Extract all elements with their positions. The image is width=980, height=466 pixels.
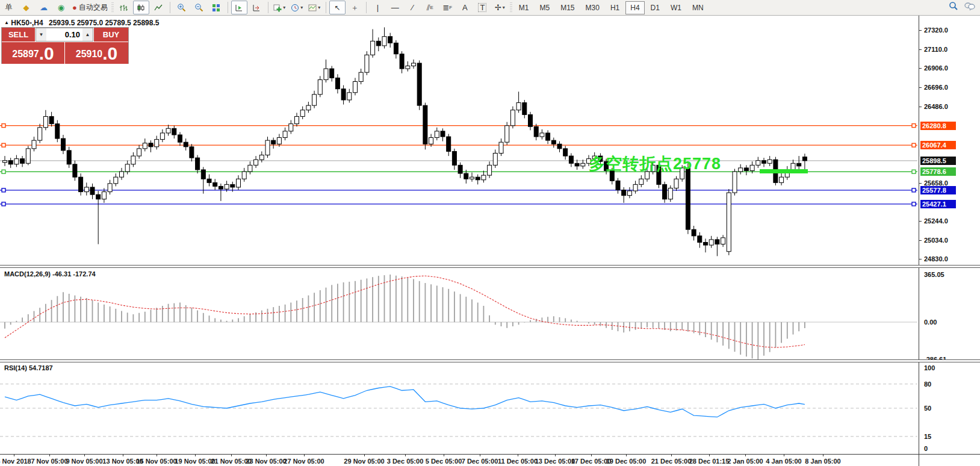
time-tick (745, 454, 746, 456)
level-price-label: 25577.8 (920, 186, 956, 194)
text-tool-icon[interactable]: A (457, 1, 473, 14)
market-watch-icon[interactable]: ◆ (18, 1, 34, 14)
templates-button[interactable]: ▾ (306, 1, 323, 14)
tf-button-w1[interactable]: W1 (666, 1, 686, 14)
pane-splitter-1[interactable] (0, 265, 980, 268)
candle (190, 147, 194, 158)
candle (359, 72, 363, 81)
tile-windows-icon[interactable] (208, 1, 225, 14)
buy-price[interactable]: 25910.0 (65, 42, 128, 64)
line-chart-icon[interactable] (150, 1, 167, 14)
candle (90, 187, 95, 194)
sell-price[interactable]: 25897.0 (2, 42, 65, 64)
zoom-in-icon[interactable] (173, 1, 190, 14)
volume-decrease-button[interactable]: ▼ (36, 28, 46, 41)
candlestick-chart-icon[interactable] (133, 1, 149, 14)
vertical-line-icon[interactable]: | (370, 1, 386, 14)
top-toolbar: 单 ◆ ☁ ◉ ● 自动交易 ▾ ▾ ▾ ↖ ＋ (0, 0, 980, 16)
level-anchor[interactable] (912, 170, 916, 173)
candle (447, 137, 451, 151)
cursor-icon[interactable]: ↖ (329, 1, 346, 14)
macd-pane[interactable] (0, 267, 917, 359)
volume-box: ▼ ▲ (36, 28, 93, 42)
tf-button-m1[interactable]: M1 (514, 1, 534, 14)
candle (516, 103, 521, 110)
time-tick (266, 454, 267, 456)
candle (259, 155, 264, 160)
candle (768, 160, 772, 163)
time-label: 13 Dec 05:00 (535, 458, 575, 465)
candle (575, 163, 579, 166)
search-icon[interactable] (949, 1, 958, 11)
level-anchor[interactable] (2, 170, 5, 173)
volume-input[interactable] (46, 28, 82, 41)
candle (330, 69, 334, 78)
rsi-pane[interactable] (0, 362, 917, 453)
candle (622, 190, 626, 196)
text-label-tool-icon[interactable]: T (474, 1, 491, 14)
level-anchor[interactable] (2, 202, 5, 206)
macd-signal-line (5, 276, 805, 347)
autotrading-button[interactable]: ● 自动交易 (70, 1, 110, 14)
level-price-label: 25778.6 (920, 167, 956, 176)
sell-button[interactable]: SELL (2, 28, 36, 42)
annotation-highlight[interactable] (760, 169, 808, 173)
clock-icon (291, 4, 299, 12)
main-chart[interactable] (0, 16, 917, 265)
tf-button-h4[interactable]: H4 (625, 1, 644, 14)
candle (143, 143, 147, 149)
profile-icon[interactable]: ☁ (36, 1, 52, 14)
axis-tick (919, 221, 922, 222)
tf-button-m5[interactable]: M5 (535, 1, 555, 14)
chart-shift-icon[interactable] (249, 1, 265, 14)
candle (8, 161, 13, 164)
trendline-icon[interactable]: ∕ (405, 1, 421, 14)
candle (300, 110, 305, 117)
candle (686, 168, 690, 229)
chat-icon[interactable] (964, 2, 975, 11)
level-anchor[interactable] (912, 124, 916, 128)
periods-button[interactable]: ▾ (289, 1, 305, 14)
zoom-out-icon[interactable] (191, 1, 207, 14)
tf-button-h1[interactable]: H1 (606, 1, 624, 14)
time-label: 19 Dec 05:00 (606, 458, 647, 465)
tf-button-m30[interactable]: M30 (581, 1, 604, 14)
indicators-button[interactable]: ▾ (271, 1, 288, 14)
bar-chart-icon[interactable] (116, 1, 132, 14)
time-tick (591, 454, 592, 456)
tf-button-d1[interactable]: D1 (646, 1, 665, 14)
title-symbol: HK50-,H4 (11, 19, 43, 27)
signal-icon[interactable]: ◉ (53, 1, 69, 14)
crosshair-icon[interactable]: ＋ (347, 1, 363, 14)
pane-splitter-2[interactable] (0, 359, 980, 362)
price-tick-label: 25658.0 (924, 179, 948, 187)
candle (709, 240, 713, 245)
candle (172, 128, 176, 135)
autotrading-icon: ● (72, 4, 77, 11)
candle (441, 131, 445, 137)
tf-button-mn[interactable]: MN (687, 1, 709, 14)
time-label: 2 Jan 05:00 (727, 458, 763, 465)
buy-button[interactable]: BUY (93, 28, 128, 42)
level-anchor[interactable] (2, 124, 5, 128)
level-anchor[interactable] (912, 202, 916, 206)
chart-annotation[interactable]: 多空转折点25778 (589, 153, 721, 175)
fibonacci-icon[interactable]: ≣F (439, 1, 456, 14)
arrows-tool-button[interactable]: ✢▾ (492, 1, 508, 14)
new-order-button[interactable]: 单 (1, 1, 17, 14)
candle (551, 140, 556, 144)
time-label: 15 Nov 05:00 (136, 458, 176, 465)
volume-increase-button[interactable]: ▲ (82, 28, 93, 41)
level-anchor[interactable] (912, 188, 916, 192)
horizontal-line-icon[interactable]: — (387, 1, 403, 14)
level-anchor[interactable] (912, 143, 916, 147)
tf-button-m15[interactable]: M15 (556, 1, 579, 14)
auto-scroll-icon[interactable] (231, 1, 247, 14)
equidistant-channel-icon[interactable]: ⫽E (422, 1, 438, 14)
time-label: 5 Nov 2018 (0, 458, 31, 465)
level-anchor[interactable] (2, 143, 5, 147)
time-tick (405, 454, 406, 456)
level-anchor[interactable] (2, 188, 5, 192)
candle (219, 186, 223, 189)
price-axis[interactable]: 27320.027110.026906.026696.026486.025658… (919, 16, 980, 454)
